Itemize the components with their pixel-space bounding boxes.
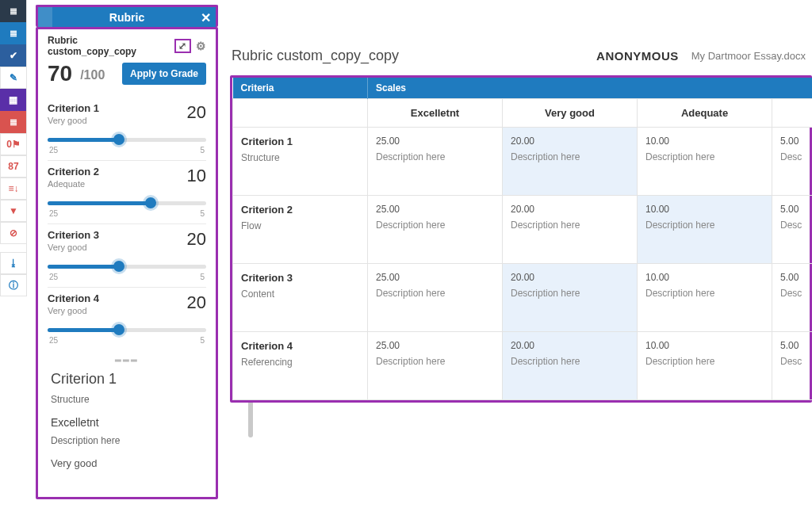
criterion-detail: Criterion 1 Structure Excelletnt Descrip…: [48, 363, 206, 474]
tick-right: 5: [200, 209, 205, 218]
tick-left: 25: [49, 273, 58, 281]
rubric-expanded: Rubric custom_copy_copy ANONYMOUS My Dar…: [230, 48, 812, 403]
scale-cell[interactable]: 5.00Desc: [772, 332, 813, 400]
slider[interactable]: 255: [48, 133, 206, 151]
criteria-list: Criterion 1Very good20255Criterion 2Adeq…: [48, 97, 206, 350]
block-icon[interactable]: ⊘: [0, 222, 27, 244]
rubric-panel: Rubric ✕ Rubric custom_copy_copy ⤢ ⚙ 70 …: [36, 5, 218, 499]
close-icon[interactable]: ✕: [201, 10, 211, 25]
criterion-name: Criterion 1: [48, 102, 99, 114]
gap: [0, 244, 27, 252]
criterion-name: Criterion 3: [48, 229, 99, 241]
scale-cell[interactable]: 5.00Desc: [772, 128, 813, 196]
slider[interactable]: 255: [48, 323, 206, 341]
slider[interactable]: 255: [48, 260, 206, 277]
scale-cell[interactable]: 5.00Desc: [772, 264, 813, 332]
criterion-score: 20: [187, 229, 206, 250]
score-row: 70 /100 Apply to Grade: [48, 61, 206, 86]
scale-cell[interactable]: 25.00Description here: [368, 196, 503, 264]
criteria-cell: Criterion 3Content: [233, 264, 368, 332]
drag-handle[interactable]: ▂▂▂: [48, 350, 206, 363]
rubric-name: Rubric custom_copy_copy: [48, 35, 165, 57]
score-value: 70: [48, 61, 72, 86]
criterion-score: 20: [187, 102, 206, 123]
tick-left: 25: [49, 209, 58, 218]
criterion-name: Criterion 2: [48, 166, 99, 178]
layers-icon[interactable]: ≣: [0, 0, 27, 22]
criterion-level: Very good: [48, 243, 99, 252]
criterion-level: Adequate: [48, 179, 99, 189]
scale-header: Adequate: [638, 99, 772, 128]
tick-right: 5: [200, 146, 205, 155]
scale-cell[interactable]: 5.00Desc: [772, 196, 813, 264]
table-row: Criterion 1Structure25.00Description her…: [233, 128, 813, 196]
criterion-level: Very good: [48, 306, 99, 315]
panel-scrollbar[interactable]: [248, 401, 253, 437]
info-icon[interactable]: ⓘ: [0, 274, 27, 296]
scale-header: Very good: [503, 99, 638, 128]
criterion-score: 20: [187, 292, 206, 313]
rubric-panel-header: Rubric ✕: [36, 5, 218, 27]
criteria-cell: Criterion 2Flow: [233, 196, 368, 264]
similarity-count[interactable]: 87: [0, 155, 27, 178]
criterion-name: Criterion 4: [48, 292, 99, 304]
table-row: Criterion 4Referencing25.00Description h…: [233, 332, 813, 400]
scale-cell[interactable]: 10.00Description here: [638, 196, 772, 264]
detail-heading: Criterion 1: [51, 371, 203, 388]
anonymous-label: ANONYMOUS: [596, 49, 679, 63]
scale-cell[interactable]: 20.00Description here: [503, 332, 638, 400]
criterion-slider: Criterion 3Very good20255: [48, 223, 206, 287]
rubric-title: Rubric custom_copy_copy: [232, 48, 399, 64]
apply-to-grade-button[interactable]: Apply to Grade: [122, 63, 206, 85]
table-row: Criterion 2Flow25.00Description here20.0…: [233, 196, 813, 264]
left-tool-rail: ≣≣✔✎▦≣0⚑87≡↓▼⊘⭳ⓘ: [0, 0, 27, 296]
rubric-panel-body: Rubric custom_copy_copy ⤢ ⚙ 70 /100 Appl…: [36, 27, 218, 499]
score-denominator: /100: [80, 68, 105, 82]
scale-header: [772, 99, 813, 128]
detail-level-desc: Description here: [51, 435, 203, 446]
bars-icon[interactable]: ≡↓: [0, 178, 27, 200]
scale-cell[interactable]: 20.00Description here: [503, 196, 638, 264]
scale-cell[interactable]: 10.00Description here: [638, 128, 772, 196]
grid-icon[interactable]: ▦: [0, 89, 27, 111]
rubric-panel-title: Rubric: [109, 11, 144, 24]
detail-level-name: Excelletnt: [51, 416, 203, 429]
expand-icon[interactable]: ⤢: [174, 39, 191, 53]
scale-header-blank: [233, 99, 368, 128]
axis-criteria: Criteria: [233, 78, 368, 99]
criterion-score: 10: [187, 166, 206, 186]
scale-cell[interactable]: 20.00Description here: [503, 264, 638, 332]
tick-left: 25: [49, 146, 58, 155]
gear-icon[interactable]: ⚙: [196, 40, 206, 52]
criterion-level: Very good: [48, 116, 99, 125]
stack-icon[interactable]: ≣: [0, 111, 27, 133]
criterion-slider: Criterion 2Adequate10255: [48, 160, 206, 223]
criterion-slider: Criterion 4Very good20255: [48, 287, 206, 350]
scale-cell[interactable]: 25.00Description here: [368, 264, 503, 332]
scale-cell[interactable]: 25.00Description here: [368, 128, 503, 196]
slider[interactable]: 255: [48, 197, 206, 214]
rubric-table: CriteriaScalesExcelletntVery goodAdequat…: [232, 78, 812, 400]
detail-sub: Structure: [51, 394, 203, 405]
tick-left: 25: [49, 336, 58, 345]
download-icon[interactable]: ⭳: [0, 252, 27, 274]
check-icon[interactable]: ✔: [0, 44, 27, 67]
layers2-icon[interactable]: ≣: [0, 22, 27, 44]
funnel-icon[interactable]: ▼: [0, 200, 27, 222]
scale-cell[interactable]: 10.00Description here: [638, 264, 772, 332]
table-row: Criterion 3Content25.00Description here2…: [233, 264, 813, 332]
tick-right: 5: [200, 336, 205, 345]
criteria-cell: Criterion 4Referencing: [233, 332, 368, 400]
edit-icon[interactable]: ✎: [0, 67, 27, 89]
filename-label: My Dartmoor Essay.docx: [691, 50, 806, 62]
tick-right: 5: [200, 273, 205, 281]
flag-count[interactable]: 0⚑: [0, 133, 27, 155]
scale-cell[interactable]: 10.00Description here: [638, 332, 772, 400]
criteria-cell: Criterion 1Structure: [233, 128, 368, 196]
scale-cell[interactable]: 20.00Description here: [503, 128, 638, 196]
scale-cell[interactable]: 25.00Description here: [368, 332, 503, 400]
criterion-slider: Criterion 1Very good20255: [48, 97, 206, 160]
axis-scales: Scales: [368, 78, 813, 99]
rubric-table-wrap: CriteriaScalesExcelletntVery goodAdequat…: [230, 75, 812, 403]
scale-header: Excelletnt: [368, 99, 503, 128]
